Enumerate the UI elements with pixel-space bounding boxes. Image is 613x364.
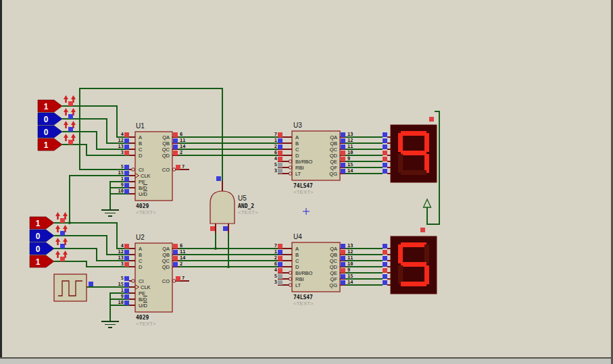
svg-text:2: 2 (180, 261, 182, 267)
svg-text:5: 5 (274, 162, 277, 167)
svg-text:7: 7 (274, 243, 277, 249)
svg-text:QB: QB (330, 140, 337, 147)
svg-text:4: 4 (121, 243, 124, 249)
svg-text:14: 14 (347, 280, 353, 285)
svg-text:QA: QA (330, 246, 337, 252)
chip-ref: U5 (238, 194, 247, 202)
svg-text:12: 12 (347, 249, 353, 255)
logicstate-value: 0 (44, 115, 49, 124)
net-indicator (60, 218, 65, 223)
chip-text-placeholder: <TEXT> (293, 189, 314, 195)
svg-text:LT: LT (295, 282, 301, 288)
svg-text:7: 7 (274, 132, 277, 137)
svg-text:QE: QE (330, 270, 337, 276)
net-indicator (420, 228, 425, 232)
svg-text:QC: QC (162, 147, 170, 153)
svg-text:CI: CI (139, 167, 144, 173)
svg-text:QD: QD (162, 153, 170, 159)
window-edge-bottom-line (0, 357, 613, 359)
svg-text:B/D: B/D (139, 296, 147, 303)
svg-text:CLK: CLK (141, 173, 151, 179)
svg-text:2: 2 (274, 255, 277, 261)
net-indicator (60, 244, 65, 249)
svg-text:1: 1 (274, 249, 277, 255)
svg-text:10: 10 (347, 261, 353, 267)
svg-text:BI/RBO: BI/RBO (295, 270, 313, 276)
window-edge-left (0, 0, 2, 364)
svg-text:12: 12 (347, 138, 353, 143)
svg-text:3: 3 (274, 168, 277, 174)
net-indicator (60, 257, 65, 261)
svg-text:2: 2 (180, 150, 182, 155)
svg-text:C: C (295, 147, 299, 153)
svg-text:11: 11 (347, 255, 353, 261)
svg-text:BI/RBO: BI/RBO (295, 159, 313, 165)
svg-text:9: 9 (347, 267, 350, 273)
svg-text:14: 14 (347, 168, 353, 174)
svg-text:A: A (295, 134, 299, 140)
schematic-editor-canvas[interactable]: 1 0 0 1 1 (0, 0, 613, 364)
chip-part: AND_2 (238, 203, 254, 209)
svg-text:13: 13 (347, 132, 353, 137)
svg-text:CLK: CLK (141, 284, 151, 290)
svg-text:4: 4 (274, 267, 277, 273)
svg-text:QC: QC (330, 258, 338, 264)
chip-ref: U4 (293, 233, 302, 240)
chip-text-placeholder: <TEXT> (293, 301, 314, 307)
chip-text-placeholder: <TEXT> (238, 209, 258, 215)
svg-text:11: 11 (180, 138, 185, 143)
svg-text:QG: QG (329, 282, 337, 288)
svg-text:4: 4 (274, 156, 277, 161)
seven-segment-display-upper[interactable] (383, 125, 437, 182)
svg-text:9: 9 (121, 294, 124, 299)
svg-text:C: C (139, 258, 143, 264)
svg-text:5: 5 (274, 274, 277, 279)
svg-text:A: A (139, 134, 142, 140)
svg-text:QD: QD (162, 264, 170, 270)
svg-text:1: 1 (274, 138, 277, 143)
net-indicator (68, 140, 73, 145)
logicstate-value: 1 (44, 102, 49, 111)
svg-text:QA: QA (330, 134, 337, 140)
svg-text:QB: QB (330, 252, 337, 258)
logicstate-value: 0 (44, 128, 49, 137)
svg-text:QD: QD (330, 264, 338, 270)
chip-text-placeholder: <TEXT> (136, 321, 156, 327)
window-edge-bottom-strip[interactable] (0, 359, 613, 364)
svg-text:B: B (295, 140, 299, 147)
svg-text:10: 10 (118, 300, 124, 305)
svg-text:QD: QD (330, 153, 338, 159)
svg-text:12: 12 (118, 138, 124, 143)
svg-text:9: 9 (347, 156, 350, 161)
seven-segment-display-lower[interactable] (383, 236, 437, 294)
svg-text:QC: QC (162, 258, 170, 264)
svg-text:1: 1 (121, 176, 124, 182)
chip-part: 4029 (136, 203, 149, 209)
svg-text:6: 6 (274, 150, 277, 155)
svg-text:B/D: B/D (139, 185, 147, 191)
svg-text:12: 12 (118, 249, 124, 255)
svg-text:2: 2 (274, 144, 277, 149)
svg-text:CO: CO (162, 167, 170, 173)
svg-text:QF: QF (330, 276, 338, 282)
svg-text:D: D (295, 264, 299, 270)
svg-text:PE: PE (139, 290, 145, 296)
chip-part: 74LS47 (293, 294, 313, 301)
net-indicator (216, 176, 221, 181)
svg-text:QG: QG (329, 171, 337, 177)
svg-text:7: 7 (182, 276, 185, 281)
svg-text:QA: QA (162, 246, 170, 252)
net-indicator (429, 117, 434, 122)
svg-text:7: 7 (182, 164, 185, 170)
svg-text:15: 15 (118, 170, 124, 176)
svg-text:10: 10 (118, 188, 124, 194)
svg-text:11: 11 (347, 144, 353, 149)
svg-text:6: 6 (274, 261, 277, 267)
svg-text:4: 4 (121, 132, 124, 137)
net-indicator (68, 127, 73, 132)
chip-part: 4029 (136, 315, 149, 321)
svg-text:C: C (139, 147, 143, 153)
svg-text:C: C (295, 258, 299, 264)
svg-text:QC: QC (330, 147, 338, 153)
svg-text:5: 5 (121, 164, 124, 170)
